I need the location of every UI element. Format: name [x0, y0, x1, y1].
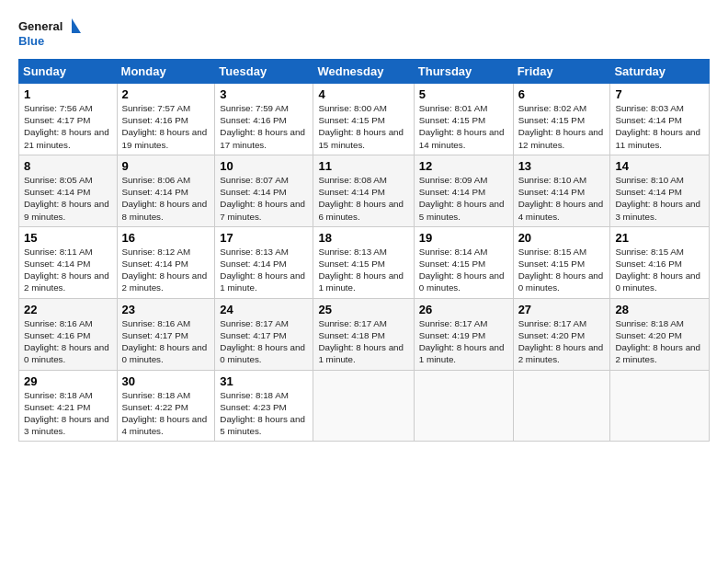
day-detail: Sunrise: 8:14 AM Sunset: 4:15 PM Dayligh… — [419, 246, 508, 294]
calendar-cell: 5 Sunrise: 8:01 AM Sunset: 4:15 PM Dayli… — [414, 84, 513, 155]
calendar-cell: 16 Sunrise: 8:12 AM Sunset: 4:14 PM Dayl… — [117, 226, 215, 298]
day-detail: Sunrise: 8:17 AM Sunset: 4:20 PM Dayligh… — [518, 317, 606, 366]
calendar-cell: 20 Sunrise: 8:15 AM Sunset: 4:15 PM Dayl… — [513, 226, 610, 298]
day-number: 11 — [318, 159, 408, 173]
day-number: 31 — [220, 374, 308, 388]
day-number: 23 — [122, 303, 210, 316]
day-number: 25 — [318, 303, 408, 316]
calendar-cell: 27 Sunrise: 8:17 AM Sunset: 4:20 PM Dayl… — [513, 298, 610, 370]
calendar-cell — [513, 370, 610, 442]
day-number: 7 — [615, 87, 704, 101]
day-number: 12 — [419, 159, 508, 173]
calendar-cell: 26 Sunrise: 8:17 AM Sunset: 4:19 PM Dayl… — [414, 298, 513, 370]
calendar-week-5: 29 Sunrise: 8:18 AM Sunset: 4:21 PM Dayl… — [19, 370, 710, 442]
day-number: 28 — [615, 303, 704, 316]
calendar-cell: 12 Sunrise: 8:09 AM Sunset: 4:14 PM Dayl… — [414, 155, 513, 226]
calendar-cell: 24 Sunrise: 8:17 AM Sunset: 4:17 PM Dayl… — [215, 298, 313, 370]
calendar-cell: 19 Sunrise: 8:14 AM Sunset: 4:15 PM Dayl… — [414, 226, 513, 298]
logo: General Blue — [18, 15, 83, 52]
col-header-thursday: Thursday — [414, 60, 513, 84]
calendar-cell: 9 Sunrise: 8:06 AM Sunset: 4:14 PM Dayli… — [117, 155, 215, 226]
day-detail: Sunrise: 8:11 AM Sunset: 4:14 PM Dayligh… — [24, 246, 112, 294]
day-detail: Sunrise: 8:13 AM Sunset: 4:15 PM Dayligh… — [318, 246, 408, 294]
calendar-week-3: 15 Sunrise: 8:11 AM Sunset: 4:14 PM Dayl… — [19, 226, 710, 298]
logo-svg: General Blue — [18, 15, 83, 52]
day-number: 16 — [122, 231, 210, 245]
day-detail: Sunrise: 8:18 AM Sunset: 4:21 PM Dayligh… — [24, 389, 112, 438]
day-detail: Sunrise: 8:15 AM Sunset: 4:15 PM Dayligh… — [518, 246, 606, 294]
day-detail: Sunrise: 8:18 AM Sunset: 4:22 PM Dayligh… — [122, 389, 210, 438]
svg-marker-2 — [72, 18, 81, 33]
day-number: 22 — [24, 303, 112, 316]
calendar-cell: 11 Sunrise: 8:08 AM Sunset: 4:14 PM Dayl… — [313, 155, 414, 226]
calendar-cell: 17 Sunrise: 8:13 AM Sunset: 4:14 PM Dayl… — [215, 226, 313, 298]
day-detail: Sunrise: 8:18 AM Sunset: 4:23 PM Dayligh… — [220, 389, 308, 438]
day-detail: Sunrise: 8:16 AM Sunset: 4:17 PM Dayligh… — [122, 317, 210, 366]
day-number: 14 — [615, 159, 704, 173]
day-detail: Sunrise: 8:17 AM Sunset: 4:19 PM Dayligh… — [419, 317, 508, 366]
calendar-cell: 6 Sunrise: 8:02 AM Sunset: 4:15 PM Dayli… — [513, 84, 610, 155]
day-detail: Sunrise: 8:07 AM Sunset: 4:14 PM Dayligh… — [220, 174, 308, 223]
col-header-friday: Friday — [513, 60, 610, 84]
day-number: 2 — [122, 87, 210, 101]
header: General Blue — [18, 15, 710, 52]
calendar-cell: 14 Sunrise: 8:10 AM Sunset: 4:14 PM Dayl… — [610, 155, 710, 226]
day-number: 18 — [318, 231, 408, 245]
day-number: 13 — [518, 159, 606, 173]
calendar-cell: 15 Sunrise: 8:11 AM Sunset: 4:14 PM Dayl… — [19, 226, 118, 298]
calendar-cell: 18 Sunrise: 8:13 AM Sunset: 4:15 PM Dayl… — [313, 226, 414, 298]
day-detail: Sunrise: 8:16 AM Sunset: 4:16 PM Dayligh… — [24, 317, 112, 366]
calendar-cell: 3 Sunrise: 7:59 AM Sunset: 4:16 PM Dayli… — [215, 84, 313, 155]
calendar-cell: 2 Sunrise: 7:57 AM Sunset: 4:16 PM Dayli… — [117, 84, 215, 155]
day-detail: Sunrise: 8:15 AM Sunset: 4:16 PM Dayligh… — [615, 246, 704, 294]
day-number: 19 — [419, 231, 508, 245]
day-detail: Sunrise: 8:09 AM Sunset: 4:14 PM Dayligh… — [419, 174, 508, 223]
calendar-cell: 10 Sunrise: 8:07 AM Sunset: 4:14 PM Dayl… — [215, 155, 313, 226]
day-number: 10 — [220, 159, 308, 173]
day-number: 5 — [419, 87, 508, 101]
calendar-cell: 28 Sunrise: 8:18 AM Sunset: 4:20 PM Dayl… — [610, 298, 710, 370]
svg-text:General: General — [18, 19, 63, 33]
day-number: 8 — [24, 159, 112, 173]
day-detail: Sunrise: 7:57 AM Sunset: 4:16 PM Dayligh… — [122, 102, 210, 151]
calendar-cell: 13 Sunrise: 8:10 AM Sunset: 4:14 PM Dayl… — [513, 155, 610, 226]
day-detail: Sunrise: 8:08 AM Sunset: 4:14 PM Dayligh… — [318, 174, 408, 223]
day-number: 26 — [419, 303, 508, 316]
day-detail: Sunrise: 8:05 AM Sunset: 4:14 PM Dayligh… — [24, 174, 112, 223]
day-detail: Sunrise: 8:18 AM Sunset: 4:20 PM Dayligh… — [615, 317, 704, 366]
day-detail: Sunrise: 8:10 AM Sunset: 4:14 PM Dayligh… — [518, 174, 606, 223]
calendar-cell: 8 Sunrise: 8:05 AM Sunset: 4:14 PM Dayli… — [19, 155, 118, 226]
calendar-cell: 29 Sunrise: 8:18 AM Sunset: 4:21 PM Dayl… — [19, 370, 118, 442]
col-header-wednesday: Wednesday — [313, 60, 414, 84]
col-header-tuesday: Tuesday — [215, 60, 313, 84]
day-number: 30 — [122, 374, 210, 388]
calendar-cell: 7 Sunrise: 8:03 AM Sunset: 4:14 PM Dayli… — [610, 84, 710, 155]
col-header-saturday: Saturday — [610, 60, 710, 84]
calendar-cell: 22 Sunrise: 8:16 AM Sunset: 4:16 PM Dayl… — [19, 298, 118, 370]
calendar-header-row: SundayMondayTuesdayWednesdayThursdayFrid… — [19, 60, 710, 84]
svg-text:Blue: Blue — [18, 34, 44, 48]
day-number: 9 — [122, 159, 210, 173]
day-number: 29 — [24, 374, 112, 388]
calendar-cell: 4 Sunrise: 8:00 AM Sunset: 4:15 PM Dayli… — [313, 84, 414, 155]
calendar-cell: 21 Sunrise: 8:15 AM Sunset: 4:16 PM Dayl… — [610, 226, 710, 298]
day-detail: Sunrise: 8:17 AM Sunset: 4:17 PM Dayligh… — [220, 317, 308, 366]
day-detail: Sunrise: 7:56 AM Sunset: 4:17 PM Dayligh… — [24, 102, 112, 151]
page: General Blue SundayMondayTuesdayWednesda… — [0, 0, 728, 451]
day-number: 6 — [518, 87, 606, 101]
calendar-table: SundayMondayTuesdayWednesdayThursdayFrid… — [18, 59, 710, 442]
calendar-week-2: 8 Sunrise: 8:05 AM Sunset: 4:14 PM Dayli… — [19, 155, 710, 226]
day-detail: Sunrise: 7:59 AM Sunset: 4:16 PM Dayligh… — [220, 102, 308, 151]
day-number: 17 — [220, 231, 308, 245]
day-number: 20 — [518, 231, 606, 245]
day-number: 15 — [24, 231, 112, 245]
day-number: 27 — [518, 303, 606, 316]
calendar-cell — [610, 370, 710, 442]
day-detail: Sunrise: 8:01 AM Sunset: 4:15 PM Dayligh… — [419, 102, 508, 151]
col-header-monday: Monday — [117, 60, 215, 84]
day-detail: Sunrise: 8:17 AM Sunset: 4:18 PM Dayligh… — [318, 317, 408, 366]
day-number: 21 — [615, 231, 704, 245]
day-detail: Sunrise: 8:00 AM Sunset: 4:15 PM Dayligh… — [318, 102, 408, 151]
calendar-cell — [313, 370, 414, 442]
calendar-cell — [414, 370, 513, 442]
